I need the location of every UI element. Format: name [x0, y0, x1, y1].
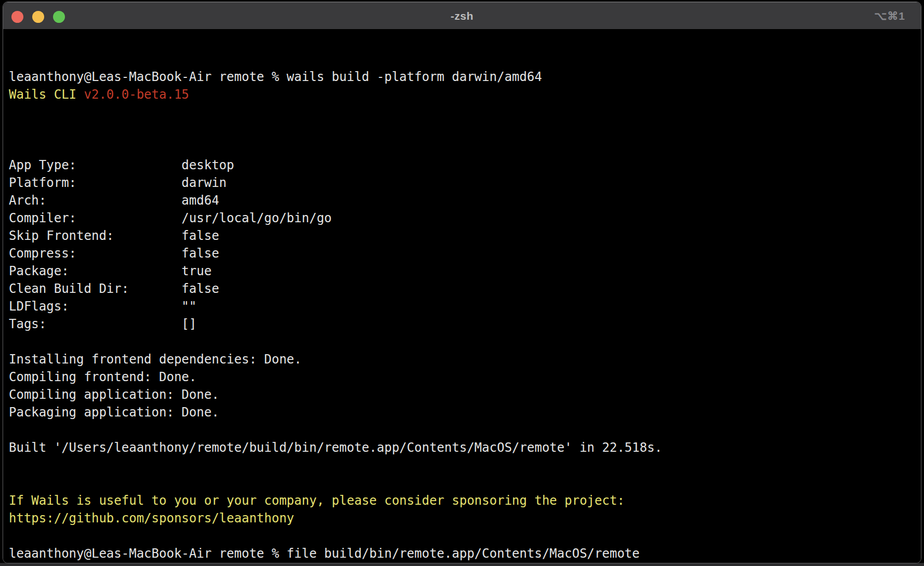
terminal-screen[interactable]: leaanthony@Leas-MacBook-Air remote % wai…	[3, 30, 921, 563]
terminal-line: Platform: darwin	[9, 174, 917, 192]
key-value-text: Tags: []	[9, 317, 196, 331]
terminal-line	[9, 456, 917, 474]
text-segment: Packaging application: Done.	[9, 405, 219, 420]
window-titlebar[interactable]: -zsh ⌥⌘1	[3, 2, 921, 30]
terminal-line: Arch: amd64	[9, 192, 917, 209]
terminal-line	[9, 121, 917, 139]
terminal-output: leaanthony@Leas-MacBook-Air remote % wai…	[9, 68, 917, 563]
terminal-line: App Type: desktop	[9, 156, 917, 174]
window-title: -zsh	[3, 2, 921, 30]
text-segment: v2.0.0-beta.15	[84, 87, 189, 102]
terminal-line	[9, 527, 917, 545]
terminal-line	[9, 103, 917, 121]
text-segment: Built '/Users/leaanthony/remote/build/bi…	[9, 440, 662, 455]
key-value-text: Compiler: /usr/local/go/bin/go	[9, 211, 332, 225]
terminal-line: https://github.com/sponsors/leaanthony	[9, 509, 917, 527]
close-button[interactable]	[11, 11, 23, 23]
terminal-line: Wails CLI v2.0.0-beta.15	[9, 86, 917, 103]
minimize-button[interactable]	[32, 11, 44, 23]
zoom-button[interactable]	[53, 11, 65, 23]
terminal-line: Package: true	[9, 262, 917, 280]
window-shortcut-badge: ⌥⌘1	[874, 2, 905, 30]
terminal-line: Compiling frontend: Done.	[9, 368, 917, 386]
text-segment: leaanthony@Leas-MacBook-Air remote % wai…	[9, 70, 542, 84]
text-segment: If Wails is useful to you or your compan…	[9, 493, 625, 508]
text-segment: leaanthony@Leas-MacBook-Air remote % fil…	[9, 546, 640, 561]
text-segment: https://github.com/sponsors/leaanthony	[9, 511, 294, 525]
terminal-line: Compiling application: Done.	[9, 386, 917, 403]
terminal-line: Packaging application: Done.	[9, 403, 917, 421]
key-value-text: Skip Frontend: false	[9, 228, 219, 243]
terminal-line: If Wails is useful to you or your compan…	[9, 492, 917, 509]
terminal-line	[9, 333, 917, 351]
key-value-text: Clean Build Dir: false	[9, 281, 219, 296]
key-value-text: App Type: desktop	[9, 158, 234, 172]
terminal-line: Skip Frontend: false	[9, 227, 917, 245]
key-value-text: LDFlags: ""	[9, 299, 196, 314]
terminal-line: LDFlags: ""	[9, 298, 917, 315]
terminal-line: Compress: false	[9, 245, 917, 262]
text-segment: Compiling frontend: Done.	[9, 370, 196, 384]
terminal-line	[9, 474, 917, 492]
terminal-window: -zsh ⌥⌘1 leaanthony@Leas-MacBook-Air rem…	[3, 2, 921, 563]
key-value-text: Arch: amd64	[9, 193, 219, 208]
terminal-line: Installing frontend dependencies: Done.	[9, 351, 917, 368]
key-value-text: Package: true	[9, 264, 212, 278]
terminal-line: Tags: []	[9, 315, 917, 333]
key-value-text: Compress: false	[9, 246, 219, 261]
text-segment: Compiling application: Done.	[9, 387, 219, 402]
terminal-line: leaanthony@Leas-MacBook-Air remote % fil…	[9, 545, 917, 562]
terminal-line	[9, 421, 917, 439]
terminal-line: Built '/Users/leaanthony/remote/build/bi…	[9, 439, 917, 456]
terminal-line: Compiler: /usr/local/go/bin/go	[9, 209, 917, 227]
terminal-line: Clean Build Dir: false	[9, 280, 917, 298]
key-value-text: Platform: darwin	[9, 176, 227, 190]
terminal-line	[9, 139, 917, 156]
text-segment: Installing frontend dependencies: Done.	[9, 352, 302, 367]
text-segment: Wails CLI	[9, 87, 84, 102]
terminal-line: build/bin/remote.app/Contents/MacOS/remo…	[9, 562, 917, 563]
terminal-line: leaanthony@Leas-MacBook-Air remote % wai…	[9, 68, 917, 86]
